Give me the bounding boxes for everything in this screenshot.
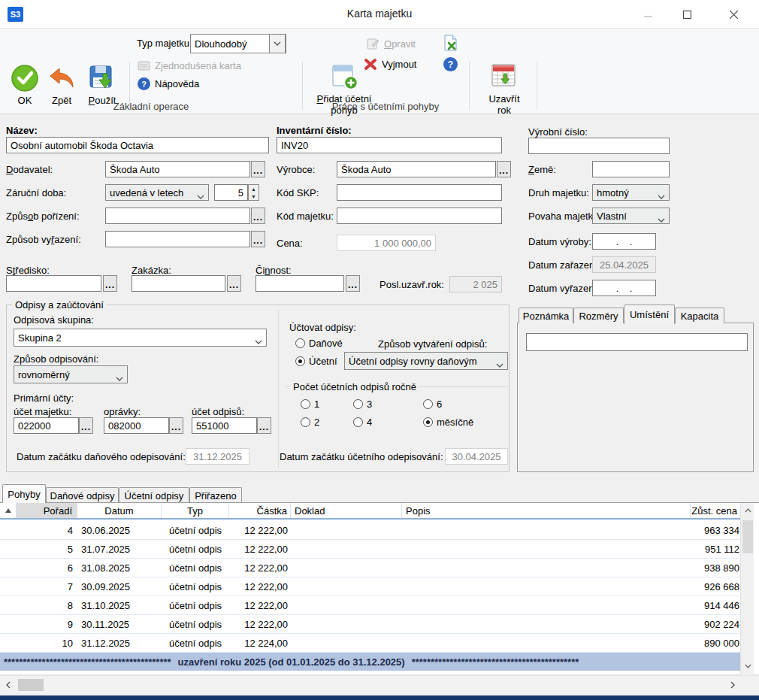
radio-tax-depreciation[interactable]: Daňové (295, 338, 343, 349)
accumulated-account-input[interactable]: 082000 (104, 417, 169, 434)
scroll-right-icon[interactable] (726, 676, 739, 694)
disposal-picker-button[interactable]: ... (251, 231, 265, 247)
taskbar-edge (0, 695, 759, 700)
column-header-popis[interactable]: Popis (402, 503, 691, 518)
depreciation-creation-combo[interactable]: Účetní odpisy rovny daňovým (344, 352, 508, 370)
expense-account-picker-button[interactable]: ... (257, 417, 271, 434)
disposal-method-input[interactable] (105, 231, 250, 247)
tab-poznamka[interactable]: Poznámka (519, 308, 573, 323)
tab-ucetni-odpisy[interactable]: Účetní odpisy (119, 487, 189, 503)
inclusion-date-field: 25.04.2025 (592, 256, 656, 273)
table-row[interactable]: 430.06.2025účetní odpis12 222,00963 334 (0, 521, 740, 540)
stepper-down-icon[interactable]: ▼ (249, 192, 259, 200)
horizontal-scrollbar[interactable] (0, 675, 759, 693)
cost-center-input[interactable] (6, 275, 101, 292)
warranty-years-input[interactable]: 5 (214, 184, 248, 201)
supplier-picker-button[interactable]: ... (251, 161, 265, 177)
table-row[interactable]: 930.11.2025účetní odpis12 222,00902 224 (0, 615, 740, 634)
table-row[interactable]: 631.08.2025účetní odpis12 222,00938 890 (0, 559, 740, 577)
disposal-date-input[interactable]: . . (592, 280, 656, 296)
production-date-input[interactable]: . . (592, 233, 656, 250)
supplier-input[interactable]: Škoda Auto (105, 161, 250, 177)
entries-help-button[interactable]: ? (443, 57, 458, 71)
expense-account-input[interactable]: 551000 (192, 417, 257, 434)
asset-type-combo[interactable]: Dlouhodobý (190, 34, 286, 53)
year-close-row[interactable]: ****************************************… (0, 653, 740, 671)
depreciation-method-combo[interactable]: rovnoměrný (14, 365, 128, 383)
table-row[interactable]: 831.10.2025účetní odpis12 222,00914 446 (0, 596, 740, 615)
card-icon (138, 60, 150, 71)
horizontal-scroll-thumb[interactable] (18, 679, 44, 691)
close-year-button[interactable]: Uzavřít rok (473, 60, 535, 116)
name-input[interactable]: Osobní automobil Škoda Octavia (6, 137, 269, 153)
tab-rozmery[interactable]: Rozměry (573, 308, 624, 323)
depreciation-group-combo[interactable]: Skupina 2 (14, 329, 267, 347)
serial-number-input[interactable] (528, 138, 670, 154)
column-header-poradi[interactable]: Pořadí (17, 503, 77, 518)
tab-pohyby[interactable]: Pohyby (2, 484, 46, 503)
tab-danove-odpisy[interactable]: Daňové odpisy (46, 487, 119, 503)
stepper-up-icon[interactable]: ▲ (249, 185, 259, 192)
radio-count-1[interactable]: 1 (301, 398, 319, 410)
minimize-button[interactable] (636, 6, 660, 23)
skp-code-input[interactable] (337, 184, 502, 201)
location-input[interactable] (526, 333, 748, 351)
scroll-down-icon[interactable] (741, 659, 754, 674)
column-header-castka[interactable]: Částka (229, 503, 291, 518)
order-input[interactable] (132, 275, 225, 292)
sort-column-header[interactable] (0, 503, 17, 518)
accounting-depreciation-start-field: 30.04.2025 (445, 448, 508, 465)
acquisition-picker-button[interactable]: ... (251, 208, 265, 224)
country-input[interactable] (592, 161, 670, 177)
column-header-zust-cena[interactable]: Zůst. cena (691, 503, 740, 518)
warranty-unit-combo[interactable]: uvedená v letech (105, 184, 209, 201)
scroll-left-icon[interactable] (2, 676, 15, 694)
table-row[interactable]: 730.09.2025účetní odpis12 222,00926 668 (0, 577, 740, 596)
acquisition-method-input[interactable] (105, 208, 250, 224)
close-button[interactable] (721, 6, 745, 23)
save-icon (89, 62, 116, 95)
tab-kapacita[interactable]: Kapacita (675, 308, 724, 323)
column-header-typ[interactable]: Typ (162, 503, 229, 518)
asset-type-dropdown-button[interactable] (269, 34, 286, 53)
manufacturer-input[interactable]: Škoda Auto (337, 161, 496, 177)
radio-count-monthly[interactable]: měsíčně (423, 417, 473, 428)
radio-count-2[interactable]: 2 (301, 417, 319, 428)
radio-count-4[interactable]: 4 (353, 417, 372, 428)
asset-account-picker-button[interactable]: ... (79, 417, 93, 434)
table-row[interactable]: 1031.12.2025účetní odpis12 224,00890 000 (0, 634, 740, 653)
accumulated-account-picker-button[interactable]: ... (169, 417, 183, 434)
asset-code-label: Kód majetku: (277, 211, 334, 222)
asset-code-input[interactable] (337, 208, 502, 224)
ok-button[interactable]: OK (5, 62, 45, 106)
export-button[interactable] (443, 35, 458, 53)
back-button[interactable]: Zpět (44, 62, 80, 106)
radio-count-6[interactable]: 6 (423, 398, 442, 410)
vertical-scrollbar[interactable] (740, 503, 754, 674)
asset-account-input[interactable]: 022000 (14, 417, 79, 434)
activity-input[interactable] (256, 275, 344, 292)
remove-entry-button[interactable]: Vyjmout (364, 58, 416, 71)
scroll-up-icon[interactable] (741, 503, 754, 518)
column-header-doklad[interactable]: Doklad (291, 503, 402, 518)
table-row[interactable]: 531.07.2025účetní odpis12 222,00951 112 (0, 540, 740, 559)
maximize-button[interactable] (675, 6, 699, 23)
group-label-basic-operations: Základní operace (0, 101, 302, 112)
radio-accounting-depreciation[interactable]: Účetní (295, 356, 337, 367)
apply-button[interactable]: Použít (80, 62, 125, 106)
activity-picker-button[interactable]: ... (346, 275, 360, 292)
column-header-datum[interactable]: Datum (77, 503, 162, 518)
order-picker-button[interactable]: ... (227, 275, 241, 292)
vertical-scroll-thumb[interactable] (742, 520, 753, 553)
help-button[interactable]: ? Nápověda (138, 77, 199, 90)
inventory-number-input[interactable]: INV20 (277, 137, 502, 153)
manufacturer-picker-button[interactable]: ... (497, 161, 511, 177)
asset-kind-combo[interactable]: hmotný (592, 184, 670, 201)
asset-kind-label: Druh majetku: (528, 187, 589, 198)
tab-prirazeno[interactable]: Přiřazeno (189, 487, 242, 503)
warranty-years-stepper[interactable]: ▲ ▼ (248, 184, 259, 201)
tab-umisteni[interactable]: Umístění (624, 305, 675, 324)
radio-count-3[interactable]: 3 (353, 398, 372, 410)
asset-nature-combo[interactable]: Vlastní (592, 208, 670, 224)
cost-center-picker-button[interactable]: ... (103, 275, 117, 292)
